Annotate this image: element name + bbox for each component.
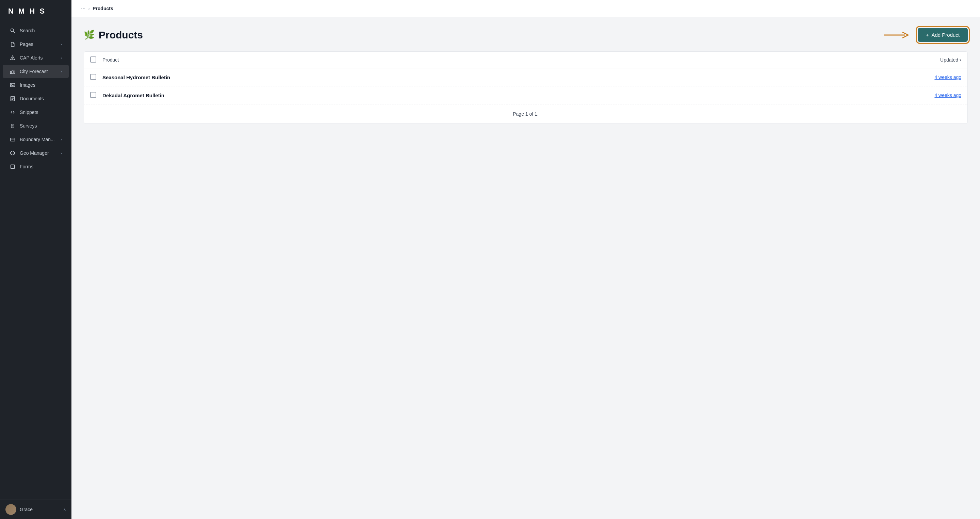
- svg-rect-6: [14, 71, 14, 73]
- sort-chevron-icon: ▾: [959, 58, 961, 62]
- sidebar-footer: Grace ∧: [0, 500, 72, 519]
- sidebar-item-surveys[interactable]: Surveys: [3, 119, 69, 132]
- topbar: ··· › Products: [72, 0, 980, 17]
- sidebar-item-snippets[interactable]: Snippets: [3, 106, 69, 119]
- page-title-wrap: 🌿 Products: [84, 29, 143, 41]
- chevron-right-icon: ›: [60, 42, 62, 46]
- arrow-indicator: [884, 30, 911, 40]
- sidebar-item-documents[interactable]: Documents: [3, 92, 69, 105]
- sidebar-item-boundary-label: Boundary Man...: [20, 137, 55, 142]
- sidebar-item-pages-label: Pages: [20, 41, 33, 47]
- chevron-right-icon: ›: [60, 151, 62, 155]
- svg-rect-20: [11, 165, 14, 168]
- sidebar-nav: Search Pages › CAP Alerts › City Forecas…: [0, 21, 72, 500]
- breadcrumb: ··· › Products: [81, 5, 113, 11]
- sidebar-item-city-forecast-label: City Forecast: [20, 69, 48, 74]
- sidebar-item-city-forecast[interactable]: City Forecast ›: [3, 65, 69, 78]
- page-title: Products: [99, 29, 143, 41]
- row-checkbox-1[interactable]: [90, 74, 97, 81]
- chevron-up-icon: ∧: [63, 508, 66, 512]
- pagination-text: Page 1 of 1.: [84, 105, 967, 124]
- product-updated-1[interactable]: 4 weeks ago: [934, 75, 961, 80]
- sidebar-item-geo-manager-label: Geo Manager: [20, 150, 49, 156]
- chevron-right-icon: ›: [60, 137, 62, 141]
- svg-point-15: [11, 125, 12, 125]
- svg-rect-4: [11, 71, 11, 73]
- table-row: Seasonal Hydromet Bulletin 4 weeks ago: [84, 68, 967, 86]
- svg-rect-7: [11, 83, 15, 87]
- leaf-icon: 🌿: [84, 30, 95, 40]
- table-header-row: Product Updated ▾: [84, 52, 967, 68]
- chevron-right-icon: ›: [60, 69, 62, 73]
- sidebar: N M H S Search Pages › CAP Alerts ›: [0, 0, 72, 519]
- sidebar-item-snippets-label: Snippets: [20, 110, 38, 115]
- sidebar-item-documents-label: Documents: [20, 96, 44, 102]
- select-all-checkbox[interactable]: [90, 56, 97, 63]
- sidebar-item-cap-alerts[interactable]: CAP Alerts ›: [3, 51, 69, 64]
- row-checkbox-2[interactable]: [90, 92, 97, 98]
- page-header: 🌿 Products + Add Product: [84, 28, 968, 42]
- city-forecast-icon: [10, 68, 16, 75]
- svg-line-1: [13, 31, 14, 33]
- add-product-plus-icon: +: [926, 32, 929, 38]
- content-area: 🌿 Products + Add Product: [72, 17, 980, 519]
- images-icon: [10, 82, 16, 88]
- sidebar-item-surveys-label: Surveys: [20, 123, 37, 129]
- main-content: ··· › Products 🌿 Products + Add Produ: [72, 0, 980, 519]
- sidebar-item-images-label: Images: [20, 82, 35, 88]
- breadcrumb-separator: ›: [88, 6, 90, 11]
- sidebar-item-geo-manager[interactable]: Geo Manager ›: [3, 147, 69, 160]
- sidebar-item-images[interactable]: Images: [3, 79, 69, 92]
- geo-manager-icon: [10, 150, 16, 156]
- breadcrumb-dots: ···: [81, 5, 86, 11]
- sidebar-item-search-label: Search: [20, 28, 35, 33]
- search-icon: [10, 27, 16, 34]
- product-name-2[interactable]: Dekadal Agromet Bulletin: [102, 92, 929, 98]
- sidebar-item-forms-label: Forms: [20, 164, 33, 169]
- surveys-icon: [10, 123, 16, 129]
- col-updated-header[interactable]: Updated ▾: [940, 57, 961, 63]
- sidebar-item-search[interactable]: Search: [3, 24, 69, 37]
- add-product-button[interactable]: + Add Product: [918, 28, 968, 42]
- alert-icon: [10, 55, 16, 61]
- avatar: [5, 504, 16, 515]
- table-row: Dekadal Agromet Bulletin 4 weeks ago: [84, 86, 967, 105]
- svg-point-16: [11, 126, 12, 126]
- product-updated-2[interactable]: 4 weeks ago: [934, 92, 961, 98]
- user-menu-button[interactable]: Grace: [5, 504, 33, 515]
- sidebar-item-boundary-man[interactable]: Boundary Man... ›: [3, 133, 69, 146]
- breadcrumb-current: Products: [92, 6, 113, 11]
- add-product-label: Add Product: [931, 32, 959, 38]
- col-product-header: Product: [102, 57, 935, 63]
- sidebar-item-pages[interactable]: Pages ›: [3, 38, 69, 51]
- snippets-icon: [10, 109, 16, 115]
- sidebar-item-cap-alerts-label: CAP Alerts: [20, 55, 43, 60]
- svg-point-3: [12, 59, 13, 59]
- sidebar-item-forms[interactable]: Forms: [3, 160, 69, 173]
- user-name-label: Grace: [20, 507, 33, 512]
- chevron-right-icon: ›: [60, 56, 62, 60]
- product-name-1[interactable]: Seasonal Hydromet Bulletin: [102, 75, 929, 80]
- svg-rect-5: [12, 70, 13, 74]
- boundary-icon: [10, 136, 16, 143]
- app-logo: N M H S: [0, 0, 72, 21]
- forms-icon: [10, 163, 16, 170]
- header-actions: + Add Product: [884, 28, 968, 42]
- pages-icon: [10, 41, 16, 47]
- products-table: Product Updated ▾ Seasonal Hydromet Bull…: [84, 51, 968, 124]
- svg-rect-17: [11, 138, 15, 141]
- documents-icon: [10, 95, 16, 102]
